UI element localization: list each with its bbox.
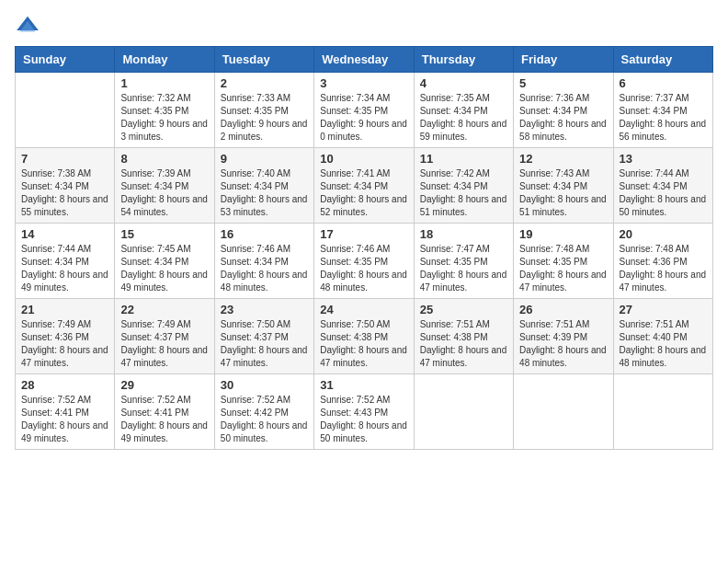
day-info: Sunrise: 7:52 AMSunset: 4:41 PMDaylight:…	[120, 394, 208, 445]
day-number: 31	[320, 378, 407, 392]
calendar-cell: 16Sunrise: 7:46 AMSunset: 4:34 PMDayligh…	[214, 224, 313, 299]
day-info: Sunrise: 7:34 AMSunset: 4:35 PMDaylight:…	[320, 92, 407, 144]
day-info: Sunrise: 7:43 AMSunset: 4:34 PMDaylight:…	[519, 167, 607, 219]
day-number: 2	[221, 76, 308, 90]
day-info: Sunrise: 7:38 AMSunset: 4:34 PMDaylight:…	[21, 167, 108, 219]
day-number: 23	[221, 303, 308, 316]
day-number: 19	[519, 227, 607, 241]
day-info: Sunrise: 7:52 AMSunset: 4:42 PMDaylight:…	[221, 394, 308, 445]
calendar-cell: 28Sunrise: 7:52 AMSunset: 4:41 PMDayligh…	[16, 374, 115, 450]
calendar-cell: 11Sunrise: 7:42 AMSunset: 4:34 PMDayligh…	[414, 148, 513, 224]
logo-icon	[15, 15, 40, 35]
day-of-week-header: Thursday	[414, 47, 513, 73]
logo	[15, 15, 44, 35]
calendar-cell: 9Sunrise: 7:40 AMSunset: 4:34 PMDaylight…	[214, 148, 313, 224]
calendar-cell: 1Sunrise: 7:32 AMSunset: 4:35 PMDaylight…	[115, 73, 214, 148]
day-info: Sunrise: 7:52 AMSunset: 4:43 PMDaylight:…	[320, 394, 407, 445]
day-number: 12	[519, 152, 607, 166]
day-info: Sunrise: 7:50 AMSunset: 4:38 PMDaylight:…	[320, 318, 407, 370]
day-info: Sunrise: 7:40 AMSunset: 4:34 PMDaylight:…	[221, 167, 308, 219]
calendar-cell: 12Sunrise: 7:43 AMSunset: 4:34 PMDayligh…	[514, 148, 613, 224]
day-number: 20	[620, 227, 707, 241]
day-info: Sunrise: 7:41 AMSunset: 4:34 PMDaylight:…	[320, 167, 407, 219]
day-number: 28	[21, 378, 108, 392]
calendar-table: SundayMondayTuesdayWednesdayThursdayFrid…	[15, 46, 713, 450]
calendar-cell: 14Sunrise: 7:44 AMSunset: 4:34 PMDayligh…	[16, 224, 115, 299]
calendar-cell: 8Sunrise: 7:39 AMSunset: 4:34 PMDaylight…	[115, 148, 214, 224]
day-number: 14	[21, 227, 108, 241]
day-info: Sunrise: 7:35 AMSunset: 4:34 PMDaylight:…	[420, 92, 507, 144]
calendar-cell: 26Sunrise: 7:51 AMSunset: 4:39 PMDayligh…	[514, 299, 613, 374]
day-number: 29	[120, 378, 208, 392]
calendar-body: 1Sunrise: 7:32 AMSunset: 4:35 PMDaylight…	[16, 73, 713, 450]
calendar-cell: 23Sunrise: 7:50 AMSunset: 4:37 PMDayligh…	[214, 299, 313, 374]
day-info: Sunrise: 7:46 AMSunset: 4:34 PMDaylight:…	[221, 243, 308, 294]
day-number: 16	[221, 227, 308, 241]
day-number: 8	[120, 152, 208, 166]
day-info: Sunrise: 7:39 AMSunset: 4:34 PMDaylight:…	[120, 167, 208, 219]
calendar-cell: 10Sunrise: 7:41 AMSunset: 4:34 PMDayligh…	[314, 148, 414, 224]
day-number: 17	[320, 227, 407, 241]
calendar-header-row: SundayMondayTuesdayWednesdayThursdayFrid…	[16, 47, 713, 73]
calendar-week-row: 1Sunrise: 7:32 AMSunset: 4:35 PMDaylight…	[16, 73, 713, 148]
day-number: 7	[21, 152, 108, 166]
calendar-cell: 27Sunrise: 7:51 AMSunset: 4:40 PMDayligh…	[613, 299, 712, 374]
day-number: 24	[320, 303, 407, 316]
day-info: Sunrise: 7:45 AMSunset: 4:34 PMDaylight:…	[120, 243, 208, 294]
day-number: 13	[620, 152, 707, 166]
calendar-cell: 15Sunrise: 7:45 AMSunset: 4:34 PMDayligh…	[115, 224, 214, 299]
calendar-cell	[613, 374, 712, 450]
calendar-cell	[514, 374, 613, 450]
day-number: 5	[519, 76, 607, 90]
day-number: 4	[420, 76, 507, 90]
day-of-week-header: Friday	[514, 47, 613, 73]
day-info: Sunrise: 7:32 AMSunset: 4:35 PMDaylight:…	[120, 92, 208, 144]
calendar-cell: 17Sunrise: 7:46 AMSunset: 4:35 PMDayligh…	[314, 224, 414, 299]
calendar-week-row: 21Sunrise: 7:49 AMSunset: 4:36 PMDayligh…	[16, 299, 713, 374]
calendar-cell: 4Sunrise: 7:35 AMSunset: 4:34 PMDaylight…	[414, 73, 513, 148]
calendar-cell: 19Sunrise: 7:48 AMSunset: 4:35 PMDayligh…	[514, 224, 613, 299]
day-info: Sunrise: 7:52 AMSunset: 4:41 PMDaylight:…	[21, 394, 108, 445]
day-info: Sunrise: 7:49 AMSunset: 4:37 PMDaylight:…	[120, 318, 208, 370]
day-info: Sunrise: 7:50 AMSunset: 4:37 PMDaylight:…	[221, 318, 308, 370]
calendar-cell: 20Sunrise: 7:48 AMSunset: 4:36 PMDayligh…	[613, 224, 712, 299]
page-header	[15, 15, 713, 35]
day-of-week-header: Saturday	[613, 47, 712, 73]
day-number: 21	[21, 303, 108, 316]
day-info: Sunrise: 7:47 AMSunset: 4:35 PMDaylight:…	[420, 243, 507, 294]
calendar-cell: 5Sunrise: 7:36 AMSunset: 4:34 PMDaylight…	[514, 73, 613, 148]
calendar-cell: 25Sunrise: 7:51 AMSunset: 4:38 PMDayligh…	[414, 299, 513, 374]
day-info: Sunrise: 7:51 AMSunset: 4:40 PMDaylight:…	[620, 318, 707, 370]
day-number: 26	[519, 303, 607, 316]
calendar-cell: 6Sunrise: 7:37 AMSunset: 4:34 PMDaylight…	[613, 73, 712, 148]
day-of-week-header: Wednesday	[314, 47, 414, 73]
day-info: Sunrise: 7:48 AMSunset: 4:35 PMDaylight:…	[519, 243, 607, 294]
calendar-cell: 13Sunrise: 7:44 AMSunset: 4:34 PMDayligh…	[613, 148, 712, 224]
calendar-week-row: 7Sunrise: 7:38 AMSunset: 4:34 PMDaylight…	[16, 148, 713, 224]
calendar-week-row: 14Sunrise: 7:44 AMSunset: 4:34 PMDayligh…	[16, 224, 713, 299]
day-info: Sunrise: 7:42 AMSunset: 4:34 PMDaylight:…	[420, 167, 507, 219]
day-info: Sunrise: 7:48 AMSunset: 4:36 PMDaylight:…	[620, 243, 707, 294]
calendar-cell: 2Sunrise: 7:33 AMSunset: 4:35 PMDaylight…	[214, 73, 313, 148]
day-info: Sunrise: 7:51 AMSunset: 4:38 PMDaylight:…	[420, 318, 507, 370]
calendar-cell: 21Sunrise: 7:49 AMSunset: 4:36 PMDayligh…	[16, 299, 115, 374]
day-number: 3	[320, 76, 407, 90]
day-number: 10	[320, 152, 407, 166]
day-info: Sunrise: 7:49 AMSunset: 4:36 PMDaylight:…	[21, 318, 108, 370]
day-number: 22	[120, 303, 208, 316]
day-number: 15	[120, 227, 208, 241]
calendar-week-row: 28Sunrise: 7:52 AMSunset: 4:41 PMDayligh…	[16, 374, 713, 450]
calendar-cell: 24Sunrise: 7:50 AMSunset: 4:38 PMDayligh…	[314, 299, 414, 374]
calendar-cell: 7Sunrise: 7:38 AMSunset: 4:34 PMDaylight…	[16, 148, 115, 224]
day-info: Sunrise: 7:33 AMSunset: 4:35 PMDaylight:…	[221, 92, 308, 144]
calendar-cell: 18Sunrise: 7:47 AMSunset: 4:35 PMDayligh…	[414, 224, 513, 299]
calendar-cell: 3Sunrise: 7:34 AMSunset: 4:35 PMDaylight…	[314, 73, 414, 148]
calendar-cell	[414, 374, 513, 450]
day-number: 18	[420, 227, 507, 241]
day-info: Sunrise: 7:44 AMSunset: 4:34 PMDaylight:…	[620, 167, 707, 219]
day-info: Sunrise: 7:51 AMSunset: 4:39 PMDaylight:…	[519, 318, 607, 370]
day-info: Sunrise: 7:36 AMSunset: 4:34 PMDaylight:…	[519, 92, 607, 144]
day-info: Sunrise: 7:37 AMSunset: 4:34 PMDaylight:…	[620, 92, 707, 144]
calendar-cell: 31Sunrise: 7:52 AMSunset: 4:43 PMDayligh…	[314, 374, 414, 450]
day-of-week-header: Monday	[115, 47, 214, 73]
